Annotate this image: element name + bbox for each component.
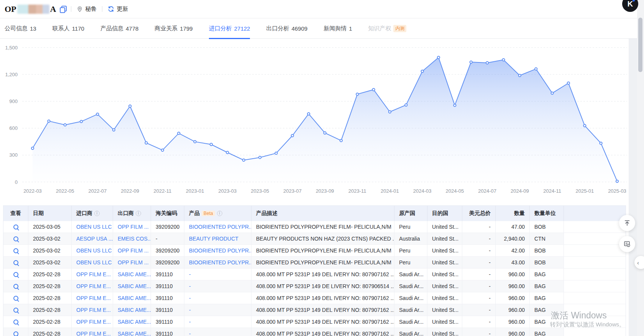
data-point-marker[interactable] bbox=[194, 141, 196, 143]
data-point-marker[interactable] bbox=[96, 113, 99, 115]
product-link[interactable]: BIOORIENTED POLYPR... bbox=[189, 247, 251, 254]
data-point-marker[interactable] bbox=[600, 142, 602, 144]
data-point-marker[interactable] bbox=[259, 156, 261, 159]
scrollbar-track[interactable] bbox=[637, 0, 644, 336]
data-point-marker[interactable] bbox=[145, 142, 147, 144]
importer-link[interactable]: OBEN US LLC bbox=[76, 247, 112, 254]
data-point-marker[interactable] bbox=[356, 93, 358, 95]
data-point-marker[interactable] bbox=[291, 134, 294, 137]
product-link[interactable]: - bbox=[189, 283, 191, 289]
data-point-marker[interactable] bbox=[616, 180, 618, 182]
importer-link[interactable]: OPP FILM E... bbox=[76, 271, 111, 277]
exporter-link[interactable]: SABIC AME... bbox=[118, 271, 151, 277]
importer-link[interactable]: OPP FILM E... bbox=[76, 295, 111, 301]
view-detail-icon[interactable] bbox=[13, 284, 18, 289]
view-detail-icon[interactable] bbox=[13, 248, 18, 253]
data-point-marker[interactable] bbox=[535, 68, 537, 70]
data-point-marker[interactable] bbox=[80, 120, 82, 123]
data-point-marker[interactable] bbox=[161, 149, 164, 151]
data-point-marker[interactable] bbox=[31, 147, 34, 149]
exporter-link[interactable]: SABIC AME... bbox=[118, 331, 151, 336]
product-link[interactable]: - bbox=[189, 331, 191, 336]
tab-知识产权[interactable]: 知识产权内测 bbox=[368, 19, 406, 39]
importer-link[interactable]: AESOP USA ... bbox=[76, 236, 113, 242]
data-point-marker[interactable] bbox=[307, 113, 310, 115]
data-point-marker[interactable] bbox=[583, 125, 586, 127]
data-point-marker[interactable] bbox=[129, 105, 131, 107]
data-point-marker[interactable] bbox=[453, 104, 456, 107]
data-point-marker[interactable] bbox=[113, 129, 115, 131]
data-point-marker[interactable] bbox=[421, 70, 424, 72]
date-value: 2025-02-28 bbox=[33, 331, 61, 336]
tab-商业关系[interactable]: 商业关系1799 bbox=[154, 19, 192, 39]
view-detail-icon[interactable] bbox=[13, 308, 18, 313]
data-point-marker[interactable] bbox=[405, 104, 407, 106]
exporter-link[interactable]: OPP FILM ... bbox=[118, 247, 149, 254]
tab-联系人[interactable]: 联系人1170 bbox=[53, 19, 84, 39]
importer-link[interactable]: OBEN US LLC bbox=[76, 224, 112, 230]
data-point-marker[interactable] bbox=[519, 74, 521, 77]
info-icon[interactable]: i bbox=[94, 211, 100, 216]
product-link[interactable]: BIOORIENTED POLYPR... bbox=[189, 259, 251, 266]
hs_code-value: 391110 bbox=[156, 307, 173, 313]
product-link[interactable]: BEAUTY PRODUCT bbox=[189, 236, 238, 242]
data-point-marker[interactable] bbox=[48, 120, 50, 122]
data-point-marker[interactable] bbox=[340, 139, 342, 142]
data-point-marker[interactable] bbox=[243, 159, 245, 161]
exporter-link[interactable]: OPP FILM ... bbox=[118, 224, 149, 230]
exporter-link[interactable]: SABIC AME... bbox=[118, 307, 151, 313]
exporter-link[interactable]: SABIC AME... bbox=[118, 283, 151, 289]
importer-link[interactable]: OPP FILM E... bbox=[76, 283, 111, 289]
data-point-marker[interactable] bbox=[210, 143, 212, 146]
tab-进口分析[interactable]: 进口分析27122 bbox=[209, 19, 250, 39]
data-point-marker[interactable] bbox=[372, 89, 375, 91]
data-point-marker[interactable] bbox=[551, 92, 553, 94]
tab-出口分析[interactable]: 出口分析46909 bbox=[266, 19, 307, 39]
importer-link[interactable]: OPP FILM E... bbox=[76, 331, 111, 336]
importer-link[interactable]: OPP FILM E... bbox=[76, 319, 111, 325]
exporter-link[interactable]: SABIC AME... bbox=[118, 319, 151, 325]
copy-icon[interactable] bbox=[60, 6, 66, 12]
info-icon[interactable]: i bbox=[217, 211, 222, 216]
data-point-marker[interactable] bbox=[64, 124, 66, 126]
view-detail-icon[interactable] bbox=[13, 260, 18, 265]
data-point-marker[interactable] bbox=[437, 56, 440, 59]
view-detail-icon[interactable] bbox=[13, 272, 18, 277]
view-detail-icon[interactable] bbox=[13, 236, 18, 241]
destination-value: United St... bbox=[432, 295, 458, 301]
refresh-button[interactable]: 更新 bbox=[108, 5, 128, 13]
importer-link[interactable]: OPP FILM E... bbox=[76, 307, 111, 313]
product-link[interactable]: - bbox=[189, 271, 191, 277]
data-point-marker[interactable] bbox=[177, 132, 180, 134]
back-to-top-button[interactable] bbox=[619, 215, 635, 231]
exporter-link[interactable]: OPP FILM ... bbox=[118, 259, 149, 266]
quantity-cell: 43.00 bbox=[496, 257, 530, 269]
product-link[interactable]: - bbox=[189, 295, 191, 301]
data-point-marker[interactable] bbox=[275, 152, 277, 154]
tab-新闻舆情[interactable]: 新闻舆情1 bbox=[324, 19, 352, 39]
quantity-value: 2,940.00 bbox=[504, 236, 525, 242]
product-link[interactable]: - bbox=[189, 319, 191, 325]
feedback-button[interactable] bbox=[619, 236, 635, 252]
view-detail-icon[interactable] bbox=[13, 331, 18, 336]
data-point-marker[interactable] bbox=[502, 59, 504, 61]
tab-产品信息[interactable]: 产品信息4778 bbox=[100, 19, 138, 39]
view-detail-icon[interactable] bbox=[13, 296, 18, 301]
data-point-marker[interactable] bbox=[324, 132, 326, 134]
data-point-marker[interactable] bbox=[470, 61, 472, 63]
info-icon[interactable]: i bbox=[136, 211, 141, 216]
exporter-link[interactable]: EMEIS COS... bbox=[118, 236, 151, 242]
tab-公司信息[interactable]: 公司信息13 bbox=[5, 19, 36, 39]
view-detail-icon[interactable] bbox=[13, 320, 18, 325]
exporter-link[interactable]: SABIC AME... bbox=[118, 295, 151, 301]
data-point-marker[interactable] bbox=[567, 82, 570, 84]
view-detail-icon[interactable] bbox=[13, 225, 18, 229]
location-button[interactable]: 秘鲁 bbox=[77, 5, 97, 13]
product-link[interactable]: BIOORIENTED POLYPR... bbox=[189, 224, 251, 230]
data-point-marker[interactable] bbox=[486, 62, 488, 64]
scrollbar-thumb[interactable] bbox=[638, 18, 642, 72]
importer-link[interactable]: OBEN US LLC bbox=[76, 259, 112, 266]
product-link[interactable]: - bbox=[189, 307, 191, 313]
data-point-marker[interactable] bbox=[226, 151, 228, 154]
data-point-marker[interactable] bbox=[389, 111, 391, 113]
